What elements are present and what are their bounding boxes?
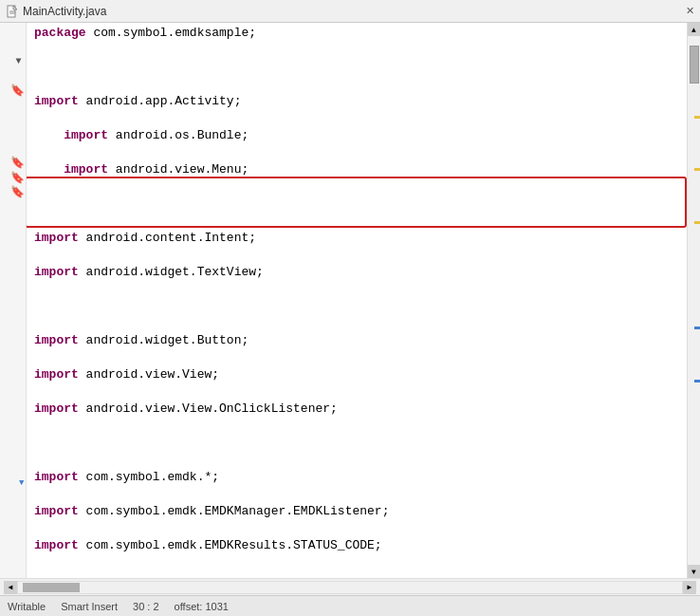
gutter-row-1 bbox=[0, 25, 27, 39]
bookmark-icon-10: 🔖 bbox=[10, 156, 25, 170]
line-gutter: ▼ 🔖 🔖 🔖 🔖 bbox=[0, 23, 27, 578]
scroll-track[interactable] bbox=[688, 36, 700, 565]
gutter-row-35 bbox=[0, 520, 27, 534]
code-line-10: import android.widget.Button; bbox=[34, 332, 683, 349]
gutter-row-31 bbox=[0, 461, 27, 476]
status-smart-insert: Smart Insert bbox=[61, 601, 118, 612]
code-content: package com.symbol.emdksample; import an… bbox=[34, 25, 683, 578]
gutter-row-23 bbox=[0, 345, 27, 360]
code-line-8: import android.widget.TextView; bbox=[34, 264, 683, 281]
status-position: 30 : 2 bbox=[133, 601, 159, 612]
gutter-row-26 bbox=[0, 389, 27, 403]
gutter-row-30 bbox=[0, 447, 27, 461]
scroll-right-button[interactable]: ▶ bbox=[683, 581, 696, 594]
gutter-row-21 bbox=[0, 316, 27, 330]
marker-1 bbox=[694, 116, 700, 119]
gutter-row-6 bbox=[0, 98, 27, 112]
marker-3 bbox=[694, 221, 700, 224]
gutter-row-17 bbox=[0, 258, 27, 272]
code-line-7: import android.content.Intent; bbox=[34, 230, 683, 247]
code-line-17 bbox=[34, 571, 683, 578]
scroll-left-button[interactable]: ◀ bbox=[4, 581, 17, 594]
code-line-5: import android.view.Menu; bbox=[34, 161, 683, 178]
bookmark-icon-12: 🔖 bbox=[10, 185, 25, 199]
gutter-row-28 bbox=[0, 418, 27, 432]
title-bar-filename: MainActivity.java bbox=[23, 5, 682, 18]
gutter-row-16 bbox=[0, 243, 27, 257]
horizontal-scrollbar[interactable] bbox=[17, 581, 683, 594]
gutter-row-5: 🔖 bbox=[0, 83, 27, 97]
status-writable: Writable bbox=[8, 601, 46, 612]
marker-5 bbox=[694, 380, 700, 383]
gutter-row-27 bbox=[0, 403, 27, 418]
gutter-row-4 bbox=[0, 68, 27, 83]
fold-icon-3[interactable]: ▼ bbox=[13, 55, 25, 66]
code-line-13 bbox=[34, 435, 683, 452]
status-offset: offset: 1031 bbox=[175, 601, 229, 612]
gutter-row-38 bbox=[0, 564, 27, 578]
code-line-4: import android.os.Bundle; bbox=[34, 127, 683, 144]
close-button[interactable]: ✕ bbox=[686, 5, 694, 17]
gutter-row-12: 🔖 bbox=[0, 185, 27, 199]
scroll-up-button[interactable]: ▲ bbox=[688, 23, 701, 36]
gutter-row-18 bbox=[0, 272, 27, 287]
code-line-11: import android.view.View; bbox=[34, 366, 683, 383]
status-bar: Writable Smart Insert 30 : 2 offset: 103… bbox=[0, 595, 700, 616]
vertical-scrollbar[interactable]: ▲ ▼ bbox=[687, 23, 700, 578]
gutter-row-24 bbox=[0, 360, 27, 374]
gutter-row-19 bbox=[0, 287, 27, 301]
gutter-row-33 bbox=[0, 491, 27, 505]
gutter-row-29 bbox=[0, 433, 27, 447]
bookmark-icon-5: 🔖 bbox=[10, 84, 25, 98]
code-line-3: import android.app.Activity; bbox=[34, 93, 683, 110]
file-icon bbox=[6, 5, 19, 18]
gutter-row-32[interactable]: ▼ bbox=[0, 476, 27, 491]
gutter-row-7 bbox=[0, 112, 27, 126]
gutter-row-22 bbox=[0, 330, 27, 345]
gutter-row-14 bbox=[0, 214, 27, 228]
gutter-row-2 bbox=[0, 39, 27, 53]
gutter-row-3[interactable]: ▼ bbox=[0, 54, 27, 68]
gutter-row-25 bbox=[0, 374, 27, 388]
bottom-bar: ◀ ▶ bbox=[0, 578, 700, 595]
code-line-12: import android.view.View.OnClickListener… bbox=[34, 401, 683, 418]
gutter-row-20 bbox=[0, 302, 27, 316]
scrollbar-markers bbox=[694, 36, 700, 565]
gutter-row-10: 🔖 bbox=[0, 156, 27, 170]
title-bar: MainActivity.java ✕ bbox=[0, 0, 700, 23]
gutter-row-15 bbox=[0, 229, 27, 243]
code-line-16: import com.symbol.emdk.EMDKResults.STATU… bbox=[34, 537, 683, 554]
gutter-row-8 bbox=[0, 126, 27, 140]
fold-icon-32[interactable]: ▼ bbox=[19, 478, 24, 488]
bookmark-icon-11: 🔖 bbox=[10, 171, 25, 185]
gutter-row-13 bbox=[0, 199, 27, 214]
code-line-2 bbox=[34, 59, 683, 76]
gutter-row-34 bbox=[0, 505, 27, 519]
gutter-row-37 bbox=[0, 549, 27, 563]
gutter-row-11: 🔖 bbox=[0, 170, 27, 184]
marker-4 bbox=[694, 327, 700, 329]
code-line-6 bbox=[34, 196, 683, 213]
code-line-14: import com.symbol.emdk.*; bbox=[34, 469, 683, 486]
h-scroll-thumb[interactable] bbox=[23, 583, 80, 592]
scroll-down-button[interactable]: ▼ bbox=[688, 565, 701, 578]
main-window: MainActivity.java ✕ ▼ 🔖 bbox=[0, 0, 700, 616]
code-line-9 bbox=[34, 298, 683, 315]
code-editor[interactable]: package com.symbol.emdksample; import an… bbox=[27, 23, 687, 578]
editor-area: ▼ 🔖 🔖 🔖 🔖 bbox=[0, 23, 700, 578]
code-line-15: import com.symbol.emdk.EMDKManager.EMDKL… bbox=[34, 503, 683, 520]
gutter-row-9 bbox=[0, 141, 27, 156]
code-line-1: package com.symbol.emdksample; bbox=[34, 25, 683, 42]
gutter-row-36 bbox=[0, 534, 27, 549]
marker-2 bbox=[694, 168, 700, 171]
